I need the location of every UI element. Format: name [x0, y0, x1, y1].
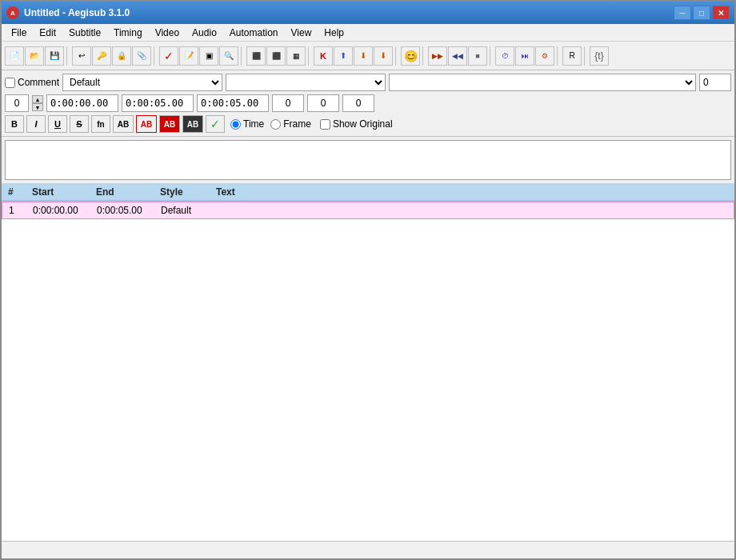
toolbar-sep-4: [308, 46, 311, 66]
toolbar-shift[interactable]: ⏭: [515, 46, 534, 66]
toolbar-timer[interactable]: ⏱: [495, 46, 514, 66]
menu-view[interactable]: View: [285, 26, 318, 40]
commit-button[interactable]: ✓: [206, 115, 225, 133]
menu-timing[interactable]: Timing: [107, 26, 149, 40]
toolbar-join[interactable]: ⬇: [374, 46, 393, 66]
toolbar-save[interactable]: 💾: [45, 46, 64, 66]
col-header-text: Text: [213, 186, 731, 198]
toolbar-styles[interactable]: 🔒: [112, 46, 131, 66]
margin-r-input[interactable]: [307, 94, 339, 112]
toolbar-face[interactable]: 😊: [401, 46, 420, 66]
frame-radio[interactable]: [270, 119, 281, 130]
time-radio[interactable]: [230, 119, 241, 130]
toolbar-timing1[interactable]: ⬛: [246, 46, 266, 66]
show-original-checkbox-group[interactable]: Show Original: [320, 118, 393, 130]
cell-num: 1: [6, 205, 30, 216]
edit-area: Comment Default 0 ▲ ▼: [2, 70, 734, 137]
menu-automation[interactable]: Automation: [223, 26, 285, 40]
toolbar: 📄 📂 💾 ↩ 🔑 🔒 📎 ✓ 📝 ▣ 🔍 ⬛ ⬛ ▦ K ⬆ ⬇ ⬇ 😊 ▶▶…: [2, 42, 734, 70]
toolbar-import[interactable]: ⬇: [354, 46, 373, 66]
toolbar-sep-6: [422, 46, 426, 66]
comment-label: Comment: [18, 77, 59, 88]
italic-button[interactable]: I: [26, 115, 46, 133]
toolbar-back[interactable]: ◀◀: [448, 46, 467, 66]
cell-start: 0:00:00.00: [30, 205, 94, 216]
bold-button[interactable]: B: [5, 115, 24, 133]
edit-row-2: 0 ▲ ▼: [5, 94, 731, 112]
ab-red-outline-button[interactable]: AB: [136, 115, 157, 133]
line-number-spinner: ▲ ▼: [32, 95, 43, 111]
toolbar-stop[interactable]: ■: [468, 46, 487, 66]
time-frame-radio-group: Time Frame: [230, 118, 311, 130]
time-radio-text: Time: [243, 118, 264, 130]
close-button[interactable]: ✕: [712, 6, 730, 20]
statusbar: [2, 541, 734, 558]
toolbar-sep-7: [490, 46, 493, 66]
frame-radio-label[interactable]: Frame: [270, 118, 311, 130]
show-original-checkbox[interactable]: [320, 119, 330, 130]
strikethrough-button[interactable]: S: [70, 115, 89, 133]
window-controls: ─ □ ✕: [674, 6, 730, 20]
ab-normal-button[interactable]: AB: [113, 115, 134, 133]
style-dropdown[interactable]: Default: [62, 74, 222, 91]
toolbar-timing2[interactable]: ⬛: [266, 46, 286, 66]
ab-red-fill-button[interactable]: AB: [159, 115, 180, 133]
menu-audio[interactable]: Audio: [186, 26, 223, 40]
toolbar-new[interactable]: 📄: [5, 46, 24, 66]
margin-v-input[interactable]: [342, 94, 374, 112]
col-header-num: #: [5, 186, 29, 198]
spin-up[interactable]: ▲: [32, 95, 43, 103]
menu-help[interactable]: Help: [318, 26, 350, 40]
toolbar-properties[interactable]: 🔑: [92, 46, 111, 66]
minimize-button[interactable]: ─: [674, 6, 691, 20]
toolbar-romaji[interactable]: R: [562, 46, 582, 66]
toolbar-find[interactable]: 🔍: [219, 46, 238, 66]
ab-dark-button[interactable]: AB: [182, 115, 203, 133]
toolbar-translation[interactable]: 📝: [179, 46, 198, 66]
menu-file[interactable]: File: [5, 26, 33, 40]
toolbar-sep-5: [395, 46, 398, 66]
cell-end: 0:00:05.00: [94, 205, 158, 216]
toolbar-auto[interactable]: ⚙: [535, 46, 554, 66]
effect-dropdown[interactable]: [389, 74, 696, 91]
comment-checkbox[interactable]: [5, 78, 15, 88]
maximize-button[interactable]: □: [693, 6, 710, 20]
toolbar-config[interactable]: {t}: [590, 46, 609, 66]
menu-edit[interactable]: Edit: [33, 26, 62, 40]
time-radio-label[interactable]: Time: [230, 118, 264, 130]
col-header-start: Start: [29, 186, 93, 198]
text-edit-box[interactable]: [5, 140, 731, 180]
toolbar-sep-1: [66, 46, 70, 66]
toolbar-undo[interactable]: ↩: [72, 46, 91, 66]
margin-l-input[interactable]: [272, 94, 304, 112]
toolbar-play[interactable]: ▶▶: [428, 46, 447, 66]
toolbar-spell[interactable]: ✓: [159, 46, 178, 66]
toolbar-sep-8: [557, 46, 560, 66]
app-icon: A: [6, 6, 19, 19]
toolbar-select[interactable]: ▣: [199, 46, 218, 66]
menu-subtitle[interactable]: Subtitle: [62, 26, 107, 40]
edit-row-3: B I U S fn AB AB AB AB ✓ Time Frame: [5, 115, 731, 133]
title-bar: A Untitled - Aegisub 3.1.0 ─ □ ✕: [2, 2, 734, 24]
actor-dropdown[interactable]: [226, 74, 386, 91]
comment-checkbox-group: Comment: [5, 77, 59, 88]
table-row[interactable]: 1 0:00:00.00 0:00:05.00 Default: [2, 202, 734, 219]
fn-button[interactable]: fn: [91, 115, 110, 133]
edit-row-1: Comment Default: [5, 74, 731, 91]
spin-down[interactable]: ▼: [32, 103, 43, 111]
toolbar-export[interactable]: ⬆: [334, 46, 353, 66]
toolbar-karaoke[interactable]: K: [314, 46, 333, 66]
col-header-style: Style: [157, 186, 213, 198]
end-time-input[interactable]: [122, 94, 194, 112]
underline-button[interactable]: U: [48, 115, 67, 133]
duration-input[interactable]: [197, 94, 269, 112]
toolbar-sep-9: [584, 46, 587, 66]
toolbar-attach[interactable]: 📎: [132, 46, 151, 66]
menu-video[interactable]: Video: [149, 26, 186, 40]
layer-input[interactable]: [699, 74, 731, 91]
start-time-input[interactable]: [46, 94, 118, 112]
toolbar-open[interactable]: 📂: [25, 46, 44, 66]
toolbar-timing3[interactable]: ▦: [286, 46, 306, 66]
subtitle-list: 1 0:00:00.00 0:00:05.00 Default: [2, 201, 734, 541]
show-original-label: Show Original: [333, 118, 393, 130]
